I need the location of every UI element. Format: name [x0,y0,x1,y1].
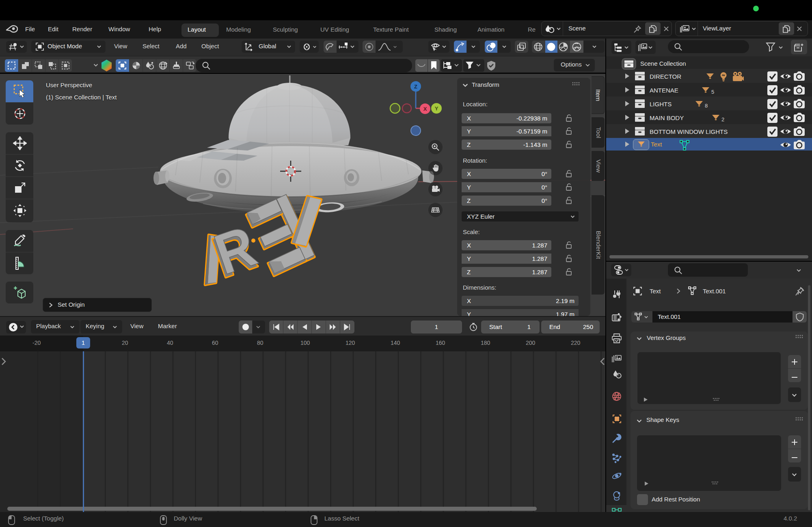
svg-text:X: X [423,106,427,112]
svg-text:Y: Y [435,105,438,112]
svg-text:Z: Z [414,84,417,90]
